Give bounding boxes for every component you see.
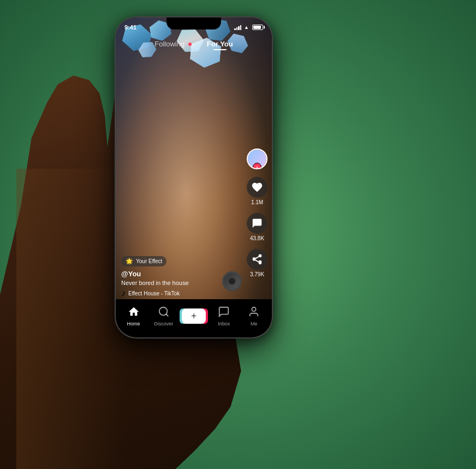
- creator-avatar[interactable]: +: [247, 149, 267, 169]
- share-button-item[interactable]: 3.79K: [247, 249, 267, 277]
- username[interactable]: @You: [121, 270, 242, 278]
- me-label: Me: [251, 321, 258, 326]
- phone-screen: 9:41 ▲: [116, 17, 272, 337]
- effect-emoji: 🌟: [126, 258, 133, 265]
- discover-icon: [158, 306, 170, 319]
- comment-count: 43.8K: [250, 235, 264, 241]
- wifi-icon: ▲: [244, 25, 249, 30]
- like-count: 1.1M: [251, 199, 263, 205]
- inbox-label: Inbox: [218, 321, 230, 326]
- me-icon: [248, 306, 260, 319]
- tab-following[interactable]: Following: [154, 40, 192, 48]
- comment-icon-circle[interactable]: [247, 213, 267, 234]
- status-icons: ▲: [234, 25, 263, 30]
- svg-point-5: [159, 307, 168, 316]
- home-label: Home: [127, 321, 140, 326]
- live-dot: [188, 43, 192, 46]
- music-text: Effect House - TikTok: [128, 290, 180, 296]
- effect-badge[interactable]: 🌟 Your Effect: [121, 256, 166, 266]
- share-count: 3.79K: [250, 271, 264, 277]
- inbox-icon: [218, 306, 230, 319]
- creator-avatar-item: +: [247, 149, 267, 169]
- share-icon-circle[interactable]: [247, 249, 267, 270]
- home-icon: [128, 306, 140, 319]
- signal-icon: [234, 25, 242, 30]
- status-time: 9:41: [124, 24, 136, 31]
- battery-fill: [253, 26, 261, 29]
- follow-plus-button[interactable]: +: [253, 163, 261, 169]
- notch: [166, 17, 221, 29]
- phone: 9:41 ▲: [115, 16, 273, 339]
- tab-for-you[interactable]: For You: [207, 40, 233, 48]
- bottom-nav: Home Discover: [116, 299, 272, 337]
- svg-line-3: [255, 260, 259, 262]
- music-row: ♪ Effect House - TikTok: [121, 288, 242, 298]
- svg-point-0: [259, 254, 262, 258]
- svg-point-2: [259, 262, 262, 265]
- phone-frame: 9:41 ▲: [115, 16, 273, 339]
- nav-discover[interactable]: Discover: [151, 306, 176, 326]
- create-button[interactable]: +: [182, 308, 206, 324]
- nav-create[interactable]: +: [181, 308, 206, 324]
- caption: Never bored in the house: [121, 280, 242, 286]
- effect-text: Your Effect: [136, 258, 162, 264]
- nav-inbox[interactable]: Inbox: [212, 306, 236, 326]
- svg-point-6: [252, 307, 256, 311]
- discover-label: Discover: [154, 321, 173, 326]
- share-icon: [251, 253, 263, 265]
- comment-button-item[interactable]: 43.8K: [247, 213, 267, 241]
- side-actions: + 1.1M: [247, 149, 267, 277]
- nav-home[interactable]: Home: [121, 306, 146, 326]
- comment-icon: [251, 217, 263, 229]
- nav-me[interactable]: Me: [242, 306, 266, 326]
- scene: 9:41 ▲: [0, 0, 476, 469]
- heart-icon-circle[interactable]: [247, 177, 267, 198]
- heart-icon: [251, 181, 263, 193]
- top-nav: Following For You: [116, 34, 272, 54]
- svg-point-1: [253, 258, 256, 261]
- music-note-icon: ♪: [121, 288, 126, 298]
- video-info: 🌟 Your Effect @You Never bored in the ho…: [121, 256, 242, 298]
- svg-line-4: [255, 257, 259, 259]
- create-button-label: +: [182, 308, 206, 324]
- battery-icon: [252, 25, 263, 30]
- like-button-item[interactable]: 1.1M: [247, 177, 267, 205]
